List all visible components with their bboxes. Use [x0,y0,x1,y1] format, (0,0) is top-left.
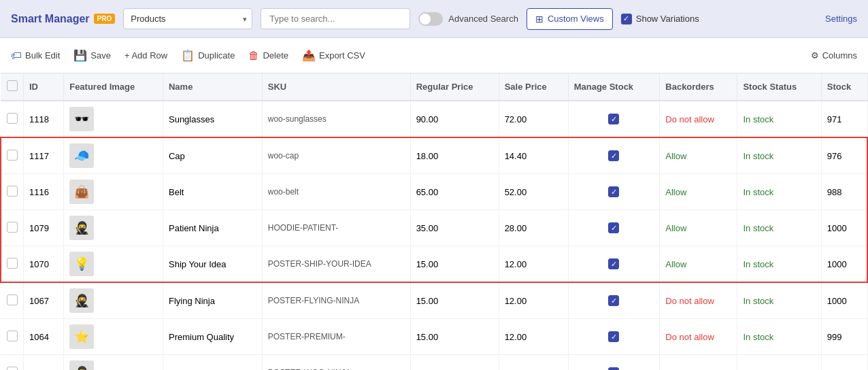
cell-sale-price[interactable]: 52.00 [499,174,568,210]
select-all-checkbox[interactable] [7,80,18,91]
cell-stock[interactable]: 976 [821,137,867,174]
product-image: 👜 [69,180,94,204]
cell-stock[interactable]: 1000 [821,246,867,283]
cell-manage-stock[interactable]: ✓ [568,355,660,371]
cell-backorders[interactable]: Do not allow [660,101,737,137]
search-input[interactable] [261,8,410,29]
col-header-sale-price: Sale Price [499,73,568,101]
brand-logo: Smart Manager PRO [11,13,115,25]
products-table: ID Featured Image Name SKU Regular Price… [0,73,868,370]
cell-regular-price[interactable]: 65.00 [410,174,499,210]
columns-button[interactable]: ⚙ Columns [811,50,857,61]
cell-manage-stock[interactable]: ✓ [568,210,660,246]
cell-name[interactable]: Premium Quality [163,319,262,355]
cell-sale-price[interactable]: 12.00 [499,355,568,371]
cell-manage-stock[interactable]: ✓ [568,174,660,210]
cell-stock[interactable]: 999 [821,319,867,355]
cell-manage-stock[interactable]: ✓ [568,137,660,174]
table-row: 1118 🕶️ Sunglasses woo-sunglasses 90.00 … [1,101,867,137]
delete-icon: 🗑 [248,50,259,62]
row-checkbox[interactable] [7,331,18,341]
cell-name[interactable]: Patient Ninja [163,210,262,246]
cell-regular-price[interactable]: 15.00 [410,319,499,355]
cell-sale-price[interactable]: 12.00 [499,282,568,319]
manage-stock-checkbox[interactable]: ✓ [608,367,619,370]
cell-backorders[interactable]: Allow [660,174,737,210]
cell-image: 👜 [64,174,163,210]
cell-name[interactable]: Flying Ninja [163,282,262,319]
cell-backorders[interactable]: Allow [660,246,737,283]
cell-backorders[interactable]: Do not allow [660,282,737,319]
cell-sku: POSTER-SHIP-YOUR-IDEA [262,246,410,283]
cell-regular-price[interactable]: 15.00 [410,246,499,283]
duplicate-button[interactable]: 📋 Duplicate [181,49,235,62]
cell-backorders[interactable]: Allow [660,137,737,174]
cell-stock[interactable]: 988 [821,174,867,210]
cell-stock[interactable]: 997 [821,355,867,371]
cell-manage-stock[interactable]: ✓ [568,282,660,319]
product-image: 🧢 [69,144,94,168]
cell-manage-stock[interactable]: ✓ [568,246,660,283]
col-header-checkbox[interactable] [1,73,24,101]
cell-backorders[interactable]: Allow [660,355,737,371]
cell-sale-price[interactable]: 28.00 [499,210,568,246]
cell-backorders[interactable]: Do not allow [660,319,737,355]
row-checkbox[interactable] [7,258,18,269]
row-checkbox[interactable] [7,113,18,124]
cell-manage-stock[interactable]: ✓ [568,101,660,137]
cell-id: 1067 [24,282,64,319]
manage-stock-checkbox[interactable]: ✓ [608,186,619,197]
row-checkbox[interactable] [7,367,18,371]
export-csv-label: Export CSV [319,50,365,61]
cell-stock[interactable]: 1000 [821,210,867,246]
manage-stock-checkbox[interactable]: ✓ [608,150,619,161]
cell-id: 1061 [24,355,64,371]
cell-stock[interactable]: 971 [821,101,867,137]
custom-views-icon: ⊞ [535,14,544,24]
cell-regular-price[interactable]: 90.00 [410,101,499,137]
cell-id: 1116 [24,174,64,210]
settings-link[interactable]: Settings [825,14,857,24]
delete-button[interactable]: 🗑 Delete [248,50,288,62]
table-row: 1064 ⭐ Premium Quality POSTER-PREMIUM- 1… [1,319,867,355]
cell-backorders[interactable]: Allow [660,210,737,246]
cell-name[interactable]: Belt [163,174,262,210]
row-checkbox[interactable] [7,295,18,305]
cell-regular-price[interactable]: 15.00 [410,282,499,319]
export-icon: 📤 [302,49,316,62]
row-checkbox[interactable] [7,186,18,197]
bulk-edit-button[interactable]: 🏷 Bulk Edit [11,50,60,62]
cell-regular-price[interactable]: 18.00 [410,137,499,174]
cell-name[interactable]: Cap [163,137,262,174]
bulk-edit-icon: 🏷 [11,50,22,62]
add-row-button[interactable]: + Add Row [124,50,167,61]
manage-stock-checkbox[interactable]: ✓ [608,331,619,342]
row-checkbox[interactable] [7,150,18,161]
manage-stock-checkbox[interactable]: ✓ [608,258,619,269]
row-checkbox[interactable] [7,222,18,233]
cell-sale-price[interactable]: 12.00 [499,246,568,283]
cell-regular-price[interactable]: 15.00 [410,355,499,371]
cell-name[interactable]: Ship Your Idea [163,246,262,283]
advanced-search-toggle[interactable]: Advanced Search [418,12,518,26]
cell-manage-stock[interactable]: ✓ [568,319,660,355]
product-select-wrap[interactable]: Products Orders Coupons Customers ▾ [123,8,252,29]
cell-sale-price[interactable]: 12.00 [499,319,568,355]
cell-stock[interactable]: 1000 [821,282,867,319]
cell-sale-price[interactable]: 14.40 [499,137,568,174]
manage-stock-checkbox[interactable]: ✓ [608,295,619,306]
custom-views-button[interactable]: ⊞ Custom Views [527,8,613,30]
save-button[interactable]: 💾 Save [73,49,111,62]
manage-stock-checkbox[interactable]: ✓ [608,114,619,124]
cell-name[interactable]: Sunglasses [163,101,262,137]
cell-regular-price[interactable]: 35.00 [410,210,499,246]
show-variations-toggle[interactable]: ✓ Show Variations [621,14,699,24]
cell-image: 🕶️ [64,101,163,137]
advanced-search-switch[interactable] [418,12,443,26]
product-select[interactable]: Products Orders Coupons Customers [123,8,252,29]
cell-name[interactable]: Woo Ninja [163,355,262,371]
cell-sale-price[interactable]: 72.00 [499,101,568,137]
manage-stock-checkbox[interactable]: ✓ [608,222,619,233]
export-csv-button[interactable]: 📤 Export CSV [302,49,365,62]
show-variations-checkbox[interactable]: ✓ [621,14,632,24]
